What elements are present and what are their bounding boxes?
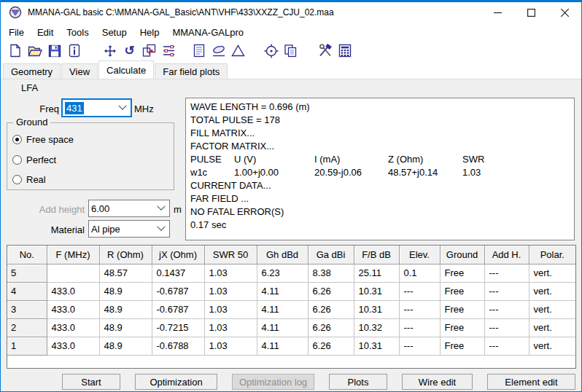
table-cell[interactable]: Free: [440, 318, 484, 337]
chevron-down-icon[interactable]: [157, 203, 165, 211]
tab-geometry[interactable]: Geometry: [3, 63, 61, 79]
table-cell[interactable]: -0.6787: [152, 282, 204, 300]
table-cell[interactable]: 433.0: [47, 337, 99, 355]
table-cell[interactable]: -0.6788: [152, 337, 204, 355]
table-cell[interactable]: 10.31: [354, 300, 399, 318]
table-cell[interactable]: 48.9: [99, 282, 152, 300]
table-cell[interactable]: Free: [440, 337, 484, 355]
element-edit-button[interactable]: Element edit: [487, 374, 575, 390]
maximize-button[interactable]: [514, 2, 548, 23]
save-icon[interactable]: [44, 42, 64, 60]
tab-calculate[interactable]: Calculate: [98, 60, 154, 79]
table-cell[interactable]: 10.31: [354, 282, 399, 300]
table-cell[interactable]: 6.26: [308, 318, 354, 337]
table-cell[interactable]: 6.26: [308, 337, 354, 355]
table-cell[interactable]: ---: [399, 282, 440, 300]
close-button[interactable]: [548, 2, 581, 23]
minimize-button[interactable]: [481, 2, 514, 23]
wire-edit-button[interactable]: Wire edit: [402, 374, 473, 390]
table-cell[interactable]: 1.03: [204, 300, 257, 318]
tab-view[interactable]: View: [61, 63, 98, 79]
menu-file[interactable]: File: [2, 26, 31, 39]
row-number-cell[interactable]: 1: [7, 337, 47, 355]
table-cell[interactable]: ---: [484, 264, 529, 282]
tab-far-field-plots[interactable]: Far field plots: [155, 63, 228, 79]
move-icon[interactable]: [100, 42, 120, 60]
table-cell[interactable]: vert.: [529, 300, 576, 318]
open-file-icon[interactable]: [25, 42, 44, 60]
table-cell[interactable]: -0.6787: [152, 300, 204, 318]
optimization-button[interactable]: Optimization: [135, 374, 217, 390]
table-cell[interactable]: vert.: [529, 318, 576, 337]
table-cell[interactable]: Free: [440, 300, 484, 318]
table-cell[interactable]: 10.32: [354, 318, 399, 337]
add-height-combobox[interactable]: 6.00: [88, 200, 170, 217]
table-cell[interactable]: 4.11: [257, 318, 308, 337]
table-cell[interactable]: 48.57: [99, 264, 152, 282]
chevron-down-icon[interactable]: [118, 102, 126, 110]
table-cell[interactable]: vert.: [529, 337, 576, 355]
table-cell[interactable]: 433.0: [47, 300, 99, 318]
row-number-cell[interactable]: 3: [7, 300, 47, 318]
plots-button[interactable]: Plots: [329, 374, 387, 390]
tools-options-icon[interactable]: [315, 42, 335, 60]
menu-mmana-galpro[interactable]: MMANA-GALpro: [166, 26, 250, 39]
menu-help[interactable]: Help: [133, 26, 166, 39]
table-cell[interactable]: ---: [399, 318, 440, 337]
new-file-icon[interactable]: [5, 42, 25, 60]
row-number-cell[interactable]: 4: [7, 282, 47, 300]
add-triangle-icon[interactable]: [228, 42, 248, 60]
radio-free-space[interactable]: Free space: [12, 134, 74, 145]
table-cell[interactable]: 6.26: [308, 300, 354, 318]
calculator-icon[interactable]: [335, 42, 354, 60]
rotate-icon[interactable]: ↺: [120, 42, 139, 60]
set-origin-icon[interactable]: [261, 42, 281, 60]
table-cell[interactable]: ---: [484, 282, 529, 300]
table-cell[interactable]: Free: [440, 282, 484, 300]
menu-tools[interactable]: Tools: [60, 26, 95, 39]
table-cell[interactable]: vert.: [529, 282, 576, 300]
info-icon[interactable]: [64, 42, 84, 60]
table-cell[interactable]: -0.7215: [152, 318, 204, 337]
scale-window-icon[interactable]: [139, 42, 159, 60]
table-cell[interactable]: ---: [399, 300, 440, 318]
table-cell[interactable]: 433.0: [47, 318, 99, 337]
freq-combobox[interactable]: 431: [62, 99, 131, 117]
table-cell[interactable]: 4.11: [257, 282, 308, 300]
table-cell[interactable]: 48.9: [99, 337, 152, 355]
table-cell[interactable]: vert.: [529, 264, 576, 282]
table-cell[interactable]: 8.38: [308, 264, 354, 282]
table-cell[interactable]: ---: [399, 337, 440, 355]
radio-perfect[interactable]: Perfect: [12, 154, 56, 165]
table-cell[interactable]: ---: [484, 318, 529, 337]
menu-setup[interactable]: Setup: [96, 26, 133, 39]
eraser-icon[interactable]: [209, 42, 228, 60]
table-cell[interactable]: 6.26: [308, 282, 354, 300]
memo-icon[interactable]: [189, 42, 209, 60]
table-cell[interactable]: ---: [484, 300, 529, 318]
table-cell[interactable]: 431.0: [47, 264, 99, 282]
row-number-cell[interactable]: 2: [7, 318, 47, 337]
copy-icon[interactable]: [281, 42, 300, 60]
start-button[interactable]: Start: [62, 374, 120, 390]
material-combobox[interactable]: Al pipe: [88, 220, 170, 238]
table-cell[interactable]: 48.9: [99, 300, 152, 318]
menu-edit[interactable]: Edit: [31, 26, 60, 39]
chevron-down-icon[interactable]: [157, 223, 165, 231]
table-cell[interactable]: 48.9: [99, 318, 152, 337]
table-cell[interactable]: 1.03: [204, 318, 257, 337]
row-number-cell[interactable]: 5: [7, 264, 47, 282]
table-cell[interactable]: ---: [484, 337, 529, 355]
table-cell[interactable]: 10.31: [354, 337, 399, 355]
table-cell[interactable]: 0.1437: [152, 264, 204, 282]
table-cell[interactable]: 1.03: [204, 337, 257, 355]
table-cell[interactable]: 25.11: [354, 264, 399, 282]
table-cell[interactable]: 0.1: [399, 264, 440, 282]
table-cell[interactable]: 1.03: [204, 282, 257, 300]
table-cell[interactable]: Free: [440, 264, 484, 282]
table-cell[interactable]: 4.11: [257, 300, 308, 318]
table-cell[interactable]: 6.23: [257, 264, 308, 282]
table-cell[interactable]: 1.03: [204, 264, 257, 282]
table-cell[interactable]: 433.0: [47, 282, 99, 300]
table-cell[interactable]: 4.11: [257, 337, 308, 355]
